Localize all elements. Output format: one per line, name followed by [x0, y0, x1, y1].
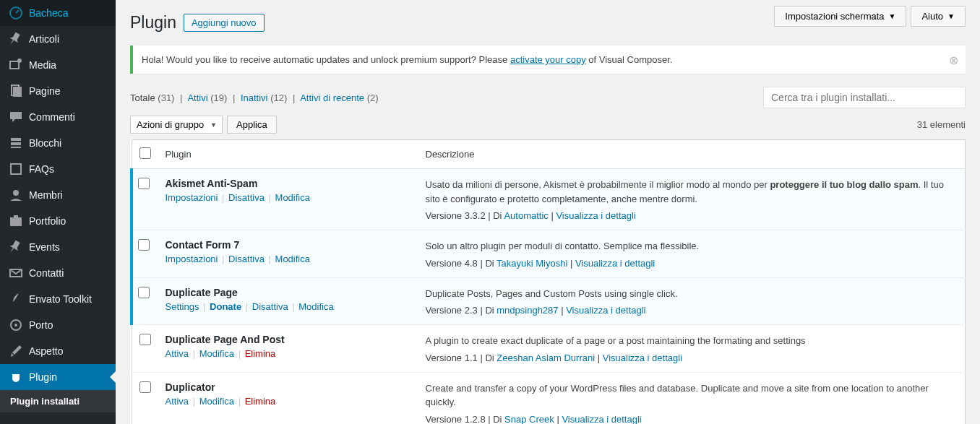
sidebar-item-commenti[interactable]: Commenti	[0, 104, 116, 130]
sidebar-item-pagine[interactable]: Pagine	[0, 78, 116, 104]
author-link[interactable]: mndpsingh287	[497, 305, 558, 316]
sidebar-sub-installed[interactable]: Plugin installati	[0, 390, 116, 412]
filter-recent[interactable]: Attivi di recente (2)	[300, 92, 378, 103]
help-button[interactable]: Aiuto▼	[911, 6, 966, 27]
notice-link[interactable]: activate your copy	[510, 54, 586, 65]
apply-button[interactable]: Applica	[227, 116, 277, 134]
select-all-checkbox[interactable]	[139, 147, 151, 159]
action-disattiva[interactable]: Disattiva	[252, 301, 288, 312]
filter-recent-label: Attivi di recente	[300, 92, 364, 103]
action-elimina[interactable]: Elimina	[245, 348, 276, 359]
screen-options-button[interactable]: Impostazioni schermata▼	[774, 6, 906, 27]
filter-all-label: Totale	[130, 92, 155, 103]
action-disattiva[interactable]: Disattiva	[228, 254, 265, 264]
sidebar-label: Events	[29, 241, 60, 253]
filter-recent-count: (2)	[367, 92, 379, 103]
sidebar-label: Commenti	[29, 111, 75, 123]
filter-inactive[interactable]: Inattivi (12)	[241, 92, 287, 103]
row-checkbox[interactable]	[139, 381, 151, 393]
sidebar-item-blocchi[interactable]: Blocchi	[0, 130, 116, 156]
plugin-name: Duplicate Page	[166, 287, 411, 298]
dismiss-icon[interactable]: ⊗	[949, 53, 958, 66]
chevron-down-icon: ▼	[947, 12, 955, 20]
screen-options-label: Impostazioni schermata	[785, 11, 884, 22]
plugin-desc: Duplicate Posts, Pages and Custom Posts …	[426, 287, 958, 301]
table-row: Contact Form 7Impostazioni | Disattiva |…	[132, 230, 966, 278]
sidebar-label: Pagine	[29, 85, 61, 97]
sidebar-label: Blocchi	[29, 137, 61, 149]
filter-inactive-label: Inattivi	[241, 92, 268, 103]
view-details-link[interactable]: Visualizza i dettagli	[603, 352, 682, 363]
row-actions: Impostazioni | Disattiva | Modifica	[166, 254, 411, 264]
plugin-meta: Versione 2.3 | Di mndpsingh287 | Visuali…	[426, 305, 958, 316]
author-link[interactable]: Zeeshan Aslam Durrani	[497, 352, 595, 363]
svg-rect-1	[10, 61, 19, 69]
sidebar-item-envato[interactable]: Envato Toolkit	[0, 286, 116, 312]
row-checkbox[interactable]	[138, 287, 150, 298]
action-impostazioni[interactable]: Impostazioni	[166, 254, 218, 264]
action-impostazioni[interactable]: Impostazioni	[166, 192, 218, 203]
sidebar-label: FAQs	[29, 163, 54, 175]
bulk-action-select[interactable]: Azioni di gruppo	[130, 116, 223, 134]
sidebar-item-porto[interactable]: Porto	[0, 312, 116, 338]
action-donate[interactable]: Donate	[210, 301, 241, 312]
filter-active[interactable]: Attivi (19)	[187, 92, 227, 103]
action-attiva[interactable]: Attiva	[166, 396, 189, 407]
search-input[interactable]	[763, 87, 966, 108]
sidebar-item-events[interactable]: Events	[0, 234, 116, 260]
sidebar-label: Contatti	[29, 267, 64, 279]
sidebar-item-contatti[interactable]: Contatti	[0, 260, 116, 286]
action-modifica[interactable]: Modifica	[275, 254, 310, 264]
author-link[interactable]: Snap Creek	[504, 414, 554, 425]
sidebar-label: Plugin	[29, 371, 57, 383]
col-desc: Descrizione	[418, 140, 966, 169]
svg-rect-6	[11, 142, 21, 145]
svg-point-9	[13, 190, 19, 196]
user-icon	[9, 188, 23, 202]
view-details-link[interactable]: Visualizza i dettagli	[556, 210, 635, 221]
author-link[interactable]: Automattic	[504, 210, 548, 221]
media-icon	[9, 58, 23, 72]
row-checkbox[interactable]	[138, 178, 150, 189]
action-modifica[interactable]: Modifica	[275, 192, 310, 203]
filter-row: Totale (31) | Attivi (19) | Inattivi (12…	[130, 87, 966, 108]
row-checkbox[interactable]	[138, 239, 150, 251]
row-checkbox[interactable]	[139, 334, 151, 345]
sidebar-item-aspetto[interactable]: Aspetto	[0, 338, 116, 364]
sidebar-label: Aspetto	[29, 345, 63, 357]
sidebar-label: Porto	[29, 319, 53, 331]
action-attiva[interactable]: Attiva	[166, 348, 189, 359]
sidebar-item-faqs[interactable]: FAQs	[0, 156, 116, 182]
table-row: DuplicatorAttiva | Modifica | EliminaCre…	[132, 372, 966, 424]
sidebar-item-articoli[interactable]: Articoli	[0, 26, 116, 52]
action-modifica[interactable]: Modifica	[298, 301, 333, 312]
view-details-link[interactable]: Visualizza i dettagli	[566, 305, 645, 316]
pin-icon	[9, 240, 23, 254]
filter-active-label: Attivi	[187, 92, 207, 103]
sidebar-label: Envato Toolkit	[29, 293, 92, 305]
action-settings[interactable]: Settings	[166, 301, 199, 312]
sidebar-item-media[interactable]: Media	[0, 52, 116, 78]
plugin-name: Akismet Anti-Spam	[166, 178, 411, 189]
sidebar-item-membri[interactable]: Membri	[0, 182, 116, 208]
action-elimina[interactable]: Elimina	[245, 396, 276, 407]
help-label: Aiuto	[921, 11, 943, 22]
action-disattiva[interactable]: Disattiva	[228, 192, 265, 203]
author-link[interactable]: Takayuki Miyoshi	[497, 258, 567, 269]
sidebar-label: Portfolio	[29, 215, 66, 227]
svg-rect-5	[11, 138, 21, 141]
admin-sidebar: Bacheca Articoli Media Pagine Commenti B…	[0, 0, 116, 424]
table-row: Duplicate Page And PostAttiva | Modifica…	[132, 325, 966, 373]
bulk-row: Azioni di gruppo Applica 31 elementi	[130, 116, 966, 134]
view-details-link[interactable]: Visualizza i dettagli	[575, 258, 655, 269]
sidebar-item-portfolio[interactable]: Portfolio	[0, 208, 116, 234]
sidebar-item-plugin[interactable]: Plugin	[0, 364, 116, 390]
sidebar-label: Membri	[29, 189, 63, 201]
action-modifica[interactable]: Modifica	[199, 348, 234, 359]
action-modifica[interactable]: Modifica	[199, 396, 234, 407]
sidebar-item-bacheca[interactable]: Bacheca	[0, 0, 116, 26]
add-new-button[interactable]: Aggiungi nuovo	[184, 14, 265, 32]
view-details-link[interactable]: Visualizza i dettagli	[562, 414, 641, 425]
row-actions: Attiva | Modifica | Elimina	[166, 348, 411, 359]
row-actions: Impostazioni | Disattiva | Modifica	[166, 192, 411, 203]
